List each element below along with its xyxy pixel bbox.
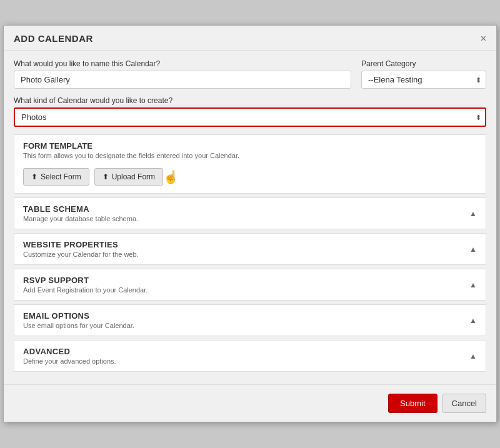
parent-category-group: Parent Category --Elena Testing: [361, 59, 486, 89]
calendar-type-group: What kind of Calendar would you like to …: [14, 96, 486, 127]
section-header-email-options[interactable]: EMAIL OPTIONS Use email options for your…: [14, 305, 486, 336]
calendar-type-wrapper: Photos: [14, 107, 486, 127]
section-header-advanced[interactable]: ADVANCED Define your advanced options. ▲: [14, 341, 486, 371]
form-template-section: FORM TEMPLATE This form allows you to de…: [14, 134, 486, 194]
section-title-rsvp-support: RSVP SUPPORT: [23, 276, 148, 285]
section-title-website-properties: WEBSITE PROPERTIES: [23, 240, 139, 249]
calendar-name-group: What would you like to name this Calenda…: [14, 59, 351, 89]
collapse-icon-rsvp-support: ▲: [469, 281, 477, 289]
section-header-left-table-schema: TABLE SCHEMA Manage your database table …: [23, 204, 138, 222]
parent-category-wrapper: --Elena Testing: [361, 71, 486, 89]
submit-button[interactable]: Submit: [388, 394, 437, 413]
section-subtitle-advanced: Define your advanced options.: [23, 357, 116, 365]
sections-container: TABLE SCHEMA Manage your database table …: [14, 197, 486, 372]
name-category-row: What would you like to name this Calenda…: [14, 59, 486, 89]
collapse-icon-website-properties: ▲: [469, 245, 477, 254]
form-template-buttons: ⬆ Select Form ⬆ Upload Form ☝: [14, 163, 486, 193]
modal-title: ADD CALENDAR: [14, 33, 93, 44]
section-website-properties: WEBSITE PROPERTIES Customize your Calend…: [14, 233, 486, 265]
close-button[interactable]: ×: [481, 34, 486, 44]
modal-body: What would you like to name this Calenda…: [4, 51, 496, 384]
form-template-title: FORM TEMPLATE: [23, 141, 477, 151]
select-form-button[interactable]: ⬆ Select Form: [23, 168, 89, 186]
calendar-name-label: What would you like to name this Calenda…: [14, 59, 351, 68]
section-email-options: EMAIL OPTIONS Use email options for your…: [14, 304, 486, 336]
upload-form-label: Upload Form: [112, 172, 155, 181]
collapse-icon-email-options: ▲: [469, 316, 477, 325]
cursor-indicator: ☝: [163, 169, 179, 186]
section-header-left-rsvp-support: RSVP SUPPORT Add Event Registration to y…: [23, 276, 148, 294]
section-header-left-website-properties: WEBSITE PROPERTIES Customize your Calend…: [23, 240, 139, 258]
select-form-icon: ⬆: [31, 172, 38, 181]
add-calendar-modal: ADD CALENDAR × What would you like to na…: [3, 25, 497, 422]
section-header-website-properties[interactable]: WEBSITE PROPERTIES Customize your Calend…: [14, 234, 486, 264]
calendar-name-input[interactable]: [14, 71, 351, 89]
form-template-subtitle: This form allows you to designate the fi…: [23, 152, 477, 159]
section-subtitle-email-options: Use email options for your Calendar.: [23, 322, 134, 329]
modal-header: ADD CALENDAR ×: [4, 26, 496, 51]
section-advanced: ADVANCED Define your advanced options. ▲: [14, 340, 486, 372]
section-subtitle-website-properties: Customize your Calendar for the web.: [23, 251, 139, 258]
parent-category-select[interactable]: --Elena Testing: [361, 71, 486, 89]
section-table-schema: TABLE SCHEMA Manage your database table …: [14, 197, 486, 229]
form-template-header: FORM TEMPLATE This form allows you to de…: [14, 135, 486, 163]
section-subtitle-table-schema: Manage your database table schema.: [23, 215, 138, 222]
section-title-table-schema: TABLE SCHEMA: [23, 204, 138, 214]
parent-category-label: Parent Category: [361, 59, 486, 68]
calendar-type-select[interactable]: Photos: [14, 107, 486, 127]
select-form-label: Select Form: [41, 172, 81, 181]
upload-form-button[interactable]: ⬆ Upload Form: [94, 168, 163, 186]
upload-form-icon: ⬆: [102, 172, 109, 181]
section-title-email-options: EMAIL OPTIONS: [23, 311, 134, 321]
section-subtitle-rsvp-support: Add Event Registration to your Calendar.: [23, 286, 148, 294]
cancel-button[interactable]: Cancel: [442, 394, 486, 413]
section-title-advanced: ADVANCED: [23, 347, 116, 356]
calendar-type-label: What kind of Calendar would you like to …: [14, 96, 486, 105]
section-header-left-advanced: ADVANCED Define your advanced options.: [23, 347, 116, 365]
section-header-table-schema[interactable]: TABLE SCHEMA Manage your database table …: [14, 198, 486, 229]
modal-footer: Submit Cancel: [4, 384, 496, 422]
collapse-icon-table-schema: ▲: [469, 209, 477, 218]
section-header-rsvp-support[interactable]: RSVP SUPPORT Add Event Registration to y…: [14, 269, 486, 300]
section-header-left-email-options: EMAIL OPTIONS Use email options for your…: [23, 311, 134, 329]
section-rsvp-support: RSVP SUPPORT Add Event Registration to y…: [14, 269, 486, 301]
collapse-icon-advanced: ▲: [469, 352, 477, 361]
